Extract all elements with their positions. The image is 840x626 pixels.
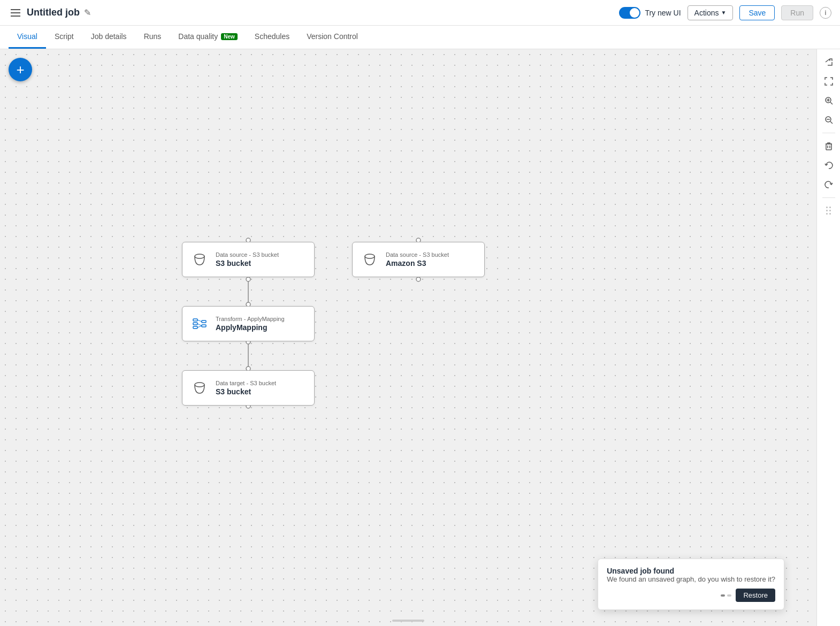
svg-point-5 (416, 277, 421, 281)
canvas-wrap: + (0, 49, 840, 626)
toolbar-divider-2 (822, 197, 835, 198)
try-new-ui-toggle-wrap: Try new UI (619, 7, 681, 19)
tab-data-quality[interactable]: Data quality New (170, 26, 246, 49)
svg-rect-15 (202, 320, 206, 323)
svg-line-22 (830, 102, 833, 104)
node-target-s3-type: Data target - S3 bucket (216, 380, 276, 386)
resize-grip[interactable] (826, 202, 831, 219)
save-button[interactable]: Save (739, 5, 775, 20)
data-quality-badge: New (221, 33, 238, 40)
add-node-button[interactable]: + (9, 58, 32, 81)
toast-dot-2 (727, 594, 731, 597)
tab-script[interactable]: Script (46, 26, 82, 49)
toast-description: We found an unsaved graph, do you wish t… (607, 575, 775, 583)
zoom-in-button[interactable] (820, 92, 837, 109)
transform-icon (190, 314, 209, 333)
bucket-icon-source-amazon (360, 250, 379, 269)
canvas[interactable]: + (0, 49, 816, 626)
svg-line-18 (197, 324, 202, 326)
actions-button[interactable]: Actions ▼ (688, 5, 734, 20)
toast-notification: Unsaved job found We found an unsaved gr… (598, 559, 784, 610)
svg-point-20 (195, 383, 204, 387)
restore-button[interactable]: Restore (736, 589, 775, 602)
svg-point-11 (365, 254, 375, 258)
topbar-left: Untitled job ✎ (9, 7, 91, 19)
node-source-s3-name: S3 bucket (216, 259, 279, 268)
bottom-scroll-indicator (392, 620, 424, 622)
redo-button[interactable] (820, 176, 837, 193)
node-source-s3[interactable]: Data source - S3 bucket S3 bucket (182, 242, 315, 277)
node-source-amazon-type: Data source - S3 bucket (386, 251, 449, 258)
node-source-amazon-info: Data source - S3 bucket Amazon S3 (386, 251, 449, 268)
toast-actions: Restore (607, 589, 775, 602)
svg-rect-16 (202, 325, 206, 327)
node-target-s3-name: S3 bucket (216, 387, 276, 396)
delete-button[interactable] (820, 138, 837, 155)
node-source-amazon[interactable]: Data source - S3 bucket Amazon S3 (352, 242, 485, 277)
svg-rect-13 (193, 323, 197, 325)
svg-rect-12 (193, 319, 197, 321)
toast-dot-1 (721, 594, 725, 597)
tab-job-details[interactable]: Job details (82, 26, 135, 49)
svg-rect-14 (193, 326, 197, 329)
tab-runs[interactable]: Runs (135, 26, 170, 49)
node-target-s3-info: Data target - S3 bucket S3 bucket (216, 380, 276, 396)
connector-lines (0, 49, 816, 626)
actions-label: Actions (694, 9, 719, 17)
bucket-icon-source-s3 (190, 250, 209, 269)
node-source-amazon-name: Amazon S3 (386, 259, 449, 268)
job-title: Untitled job (27, 7, 80, 18)
toast-dots (721, 589, 731, 602)
svg-rect-28 (826, 144, 831, 150)
share-button[interactable] (820, 54, 837, 71)
zoom-out-button[interactable] (820, 111, 837, 128)
toolbar-divider-1 (822, 133, 835, 133)
svg-line-26 (830, 121, 833, 124)
actions-chevron-icon: ▼ (721, 10, 726, 16)
node-source-s3-type: Data source - S3 bucket (216, 251, 279, 258)
node-transform-type: Transform - ApplyMapping (216, 316, 285, 322)
bucket-icon-target (190, 378, 209, 398)
run-button[interactable]: Run (781, 5, 813, 20)
undo-button[interactable] (820, 157, 837, 174)
svg-line-19 (197, 326, 202, 327)
svg-line-17 (197, 320, 202, 322)
toggle-knob (630, 8, 639, 18)
node-source-s3-info: Data source - S3 bucket S3 bucket (216, 251, 279, 268)
svg-point-3 (246, 277, 250, 281)
fit-view-button[interactable] (820, 73, 837, 90)
topbar: Untitled job ✎ Try new UI Actions ▼ Save… (0, 0, 840, 26)
tab-visual[interactable]: Visual (9, 26, 46, 49)
node-transform-name: ApplyMapping (216, 323, 285, 332)
try-new-ui-toggle[interactable] (619, 7, 640, 19)
topbar-right: Try new UI Actions ▼ Save Run i (619, 5, 831, 20)
svg-point-10 (195, 254, 204, 258)
tab-schedules[interactable]: Schedules (246, 26, 298, 49)
tab-version-control[interactable]: Version Control (298, 26, 366, 49)
node-target-s3[interactable]: Data target - S3 bucket S3 bucket (182, 370, 315, 406)
node-transform[interactable]: Transform - ApplyMapping ApplyMapping (182, 306, 315, 341)
info-icon[interactable]: i (820, 7, 831, 19)
tabs-bar: Visual Script Job details Runs Data qual… (0, 26, 840, 49)
edit-icon[interactable]: ✎ (84, 7, 91, 18)
hamburger-menu[interactable] (9, 7, 22, 19)
right-toolbar (816, 49, 840, 626)
toast-title: Unsaved job found (607, 567, 775, 575)
toggle-label: Try new UI (645, 9, 681, 17)
node-transform-info: Transform - ApplyMapping ApplyMapping (216, 316, 285, 332)
